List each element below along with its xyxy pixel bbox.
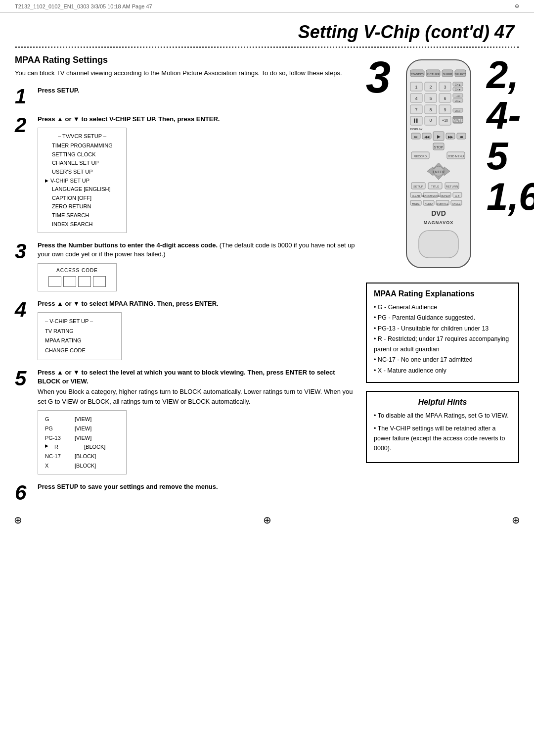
menu-item-channel: CHANNEL SET UP xyxy=(45,159,119,168)
svg-text:MODE: MODE xyxy=(412,202,420,205)
helpful-hints-title: Helpful Hints xyxy=(374,398,511,407)
svg-text:4: 4 xyxy=(415,96,418,101)
menu-item-vchip: V-CHIP SET UP xyxy=(45,177,119,186)
step-1: 1 Press SETUP. xyxy=(15,86,356,107)
svg-text:REPEAT: REPEAT xyxy=(441,194,450,197)
mpaa-item-pg13: PG-13 - Unsuitable for children under 13 xyxy=(374,324,511,334)
svg-text:⏮: ⏮ xyxy=(414,135,418,139)
helpful-hints-box: Helpful Hints To disable all the MPAA Ra… xyxy=(366,391,519,463)
rating-g: G[VIEW] xyxy=(45,415,119,424)
access-code-box: ACCESS CODE xyxy=(38,263,117,291)
step-2-menu: – TV/VCR SETUP – TIMER PROGRAMMING SETTI… xyxy=(38,128,127,234)
step-2-number: 2 xyxy=(15,115,34,136)
step-4-body: Press ▲ or ▼ to select MPAA RATING. Then… xyxy=(38,299,356,360)
hint-2: The V-CHIP settings will be retained aft… xyxy=(374,424,511,453)
svg-text:MUTE: MUTE xyxy=(453,119,463,122)
menu-item-time: TIME SEARCH xyxy=(45,211,119,220)
svg-text:CLEAR: CLEAR xyxy=(412,194,420,197)
mpaa-item-x: X - Mature audience only xyxy=(374,366,511,376)
access-code-field-2 xyxy=(63,276,76,287)
svg-text:5: 5 xyxy=(430,96,432,101)
svg-text:ANGLE: ANGLE xyxy=(452,202,461,205)
access-code-field-3 xyxy=(78,276,91,287)
svg-text:SETUP: SETUP xyxy=(413,185,423,188)
mpaa-item-nc17: NC-17 - No one under 17 admitted xyxy=(374,355,511,365)
svg-text:VOL▼: VOL▼ xyxy=(455,110,461,112)
svg-text:2: 2 xyxy=(430,85,432,90)
mpaa-item-r: R - Restricted; under 17 requires accomp… xyxy=(374,334,511,355)
menu-item-clock: SETTING CLOCK xyxy=(45,150,119,159)
page-title: Setting V-Chip (cont'd) 47 xyxy=(0,13,534,43)
menu-item-tvrating: TV RATING xyxy=(45,327,114,336)
svg-text:CH▼: CH▼ xyxy=(455,88,461,91)
step-2-menu-title: – TV/VCR SETUP – xyxy=(45,132,119,141)
svg-text:PICTURE: PICTURE xyxy=(427,73,440,76)
access-code-field-1 xyxy=(48,276,61,287)
dotted-divider xyxy=(15,47,519,48)
step-3-body: Press the Number buttons to enter the 4-… xyxy=(38,241,356,291)
big-number-16: 1,6 xyxy=(487,177,534,217)
svg-text:A-B: A-B xyxy=(455,194,460,197)
step-6: 6 Press SETUP to save your settings and … xyxy=(15,482,356,503)
svg-text:0: 0 xyxy=(430,118,432,123)
step-5-title: Press ▲ or ▼ to select the level at whic… xyxy=(38,368,356,386)
rating-pg: PG[VIEW] xyxy=(45,424,119,433)
svg-text:+10: +10 xyxy=(442,119,448,122)
left-column: MPAA Rating Settings You can block TV ch… xyxy=(15,55,366,511)
svg-text:▶▶: ▶▶ xyxy=(448,135,453,139)
big-number-245: 2, xyxy=(487,55,534,95)
menu-item-timer: TIMER PROGRAMMING xyxy=(45,142,119,150)
svg-text:◀◀: ◀◀ xyxy=(424,135,430,139)
svg-text:VOL▲: VOL▲ xyxy=(455,100,461,102)
hint-1: To disable all the MPAA Ratings, set G t… xyxy=(374,411,511,421)
footer-crosshair-right: ⊕ xyxy=(512,514,520,526)
step-6-title: Press SETUP to save your settings and re… xyxy=(38,482,356,491)
step-4: 4 Press ▲ or ▼ to select MPAA RATING. Th… xyxy=(15,299,356,360)
access-code-field-4 xyxy=(93,276,106,287)
svg-text:8: 8 xyxy=(430,107,432,112)
step-1-number: 1 xyxy=(15,86,34,107)
big-number-3: 3 xyxy=(366,55,391,99)
access-code-fields xyxy=(45,276,109,287)
header-bar: T2132_1102_0102_EN1_0303 3/3/05 10:18 AM… xyxy=(0,0,534,13)
svg-text:+100: +100 xyxy=(456,95,461,97)
mpaa-item-g: G - General Audience xyxy=(374,302,511,313)
svg-text:RETURN: RETURN xyxy=(446,185,458,188)
svg-text:7: 7 xyxy=(415,107,418,112)
menu-item-zero: ZERO RETURN xyxy=(45,202,119,211)
step-3-number: 3 xyxy=(15,241,34,262)
big-step-numbers-group: 2, 4-5 1,6 xyxy=(487,55,534,217)
step-6-number: 6 xyxy=(15,482,34,503)
svg-text:ENTER: ENTER xyxy=(433,170,445,174)
svg-text:STOP: STOP xyxy=(434,145,444,149)
remote-control-svg: STANDBY PICTURE SLEEP SELECT 1 2 3 xyxy=(392,55,486,273)
step-3-title: Press the Number buttons to enter the 4-… xyxy=(38,241,356,259)
header-crosshair: ⊕ xyxy=(515,3,519,9)
step-5-body: Press ▲ or ▼ to select the level at whic… xyxy=(38,368,356,475)
menu-item-users: USER'S SET UP xyxy=(45,168,119,177)
mpaa-explanations-box: MPAA Rating Explanations G - General Aud… xyxy=(366,283,519,383)
right-column: 3 STANDBY PICTURE SLEEP SELECT xyxy=(366,55,519,511)
mpaa-explanations-list: G - General Audience PG - Parental Guida… xyxy=(374,302,511,376)
step-1-body: Press SETUP. xyxy=(38,86,356,95)
step-5: 5 Press ▲ or ▼ to select the level at wh… xyxy=(15,368,356,475)
footer-crosshair-left: ⊕ xyxy=(14,514,22,526)
menu-item-caption: CAPTION [OFF] xyxy=(45,194,119,203)
step-2: 2 Press ▲ or ▼ to select V-CHIP SET UP. … xyxy=(15,115,356,234)
step-5-desc: When you Block a category, higher rating… xyxy=(38,387,356,406)
file-info: T2132_1102_0102_EN1_0303 3/3/05 10:18 AM… xyxy=(15,3,152,9)
svg-rect-92 xyxy=(419,231,458,258)
step-4-title: Press ▲ or ▼ to select MPAA RATING. Then… xyxy=(38,299,356,308)
mpaa-section-heading: MPAA Rating Settings xyxy=(15,55,356,65)
step-4-menu: – V-CHIP SET UP – TV RATING MPAA RATING … xyxy=(38,312,122,360)
mpaa-item-pg: PG - Parental Guidance suggested. xyxy=(374,313,511,323)
helpful-hints-list: To disable all the MPAA Ratings, set G t… xyxy=(374,411,511,453)
svg-text:▶: ▶ xyxy=(437,134,441,139)
menu-item-index: INDEX SEARCH xyxy=(45,220,119,229)
footer-crosshair-center: ⊕ xyxy=(263,514,271,526)
menu-item-mpaarating: MPAA RATING xyxy=(45,336,114,346)
footer-area: ⊕ ⊕ ⊕ xyxy=(0,511,534,531)
rating-r: R[BLOCK] xyxy=(45,442,119,452)
svg-text:SUBTITLE: SUBTITLE xyxy=(437,202,449,205)
rating-pg13: PG-13[VIEW] xyxy=(45,433,119,443)
